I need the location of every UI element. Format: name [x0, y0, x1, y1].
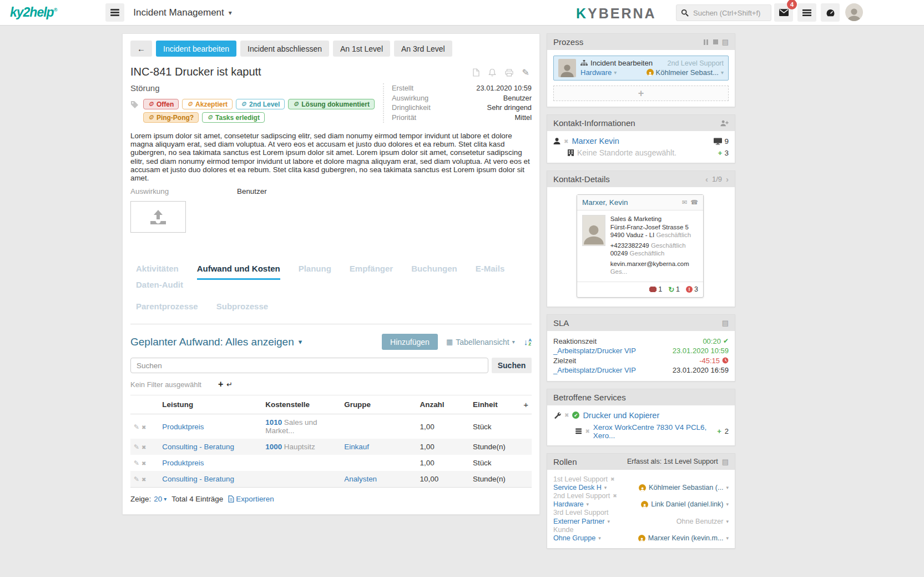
role-user-dropdown[interactable]: Link Daniel (daniel.link)▾: [641, 500, 729, 509]
export-link[interactable]: Exportieren: [228, 495, 274, 503]
hinzufuegen-button[interactable]: Hinzufügen: [382, 334, 438, 350]
stop-icon[interactable]: [713, 39, 718, 44]
incident-abschliessen-button[interactable]: Incident abschliessen: [240, 41, 329, 57]
leistung-link[interactable]: Consulting - Beratung: [162, 443, 234, 451]
table-row[interactable]: ✎✖ Produktpreis 1010 Sales und Market...…: [130, 414, 532, 439]
edit-icon[interactable]: ✎: [134, 443, 139, 451]
alerts-count[interactable]: ! 3: [686, 285, 698, 293]
tab-daten-audit[interactable]: Daten-Audit: [136, 280, 183, 294]
card-view-icon[interactable]: ▤: [722, 458, 729, 466]
service-link[interactable]: Drucker und Kopierer: [583, 411, 659, 420]
module-selector[interactable]: Incident Management ▾: [133, 7, 232, 18]
plus-icon[interactable]: +: [717, 427, 721, 435]
column-gruppe[interactable]: Gruppe: [341, 395, 416, 414]
tab-planung[interactable]: Planung: [299, 264, 331, 278]
column-kostenstelle[interactable]: Kostenstelle: [262, 395, 341, 414]
sort-button[interactable]: ↓AZ: [524, 337, 532, 347]
role-team-dropdown[interactable]: Ohne Gruppe▾: [553, 534, 601, 543]
prozess-group-link[interactable]: Hardware: [580, 68, 612, 77]
contact-link[interactable]: Marxer Kevin: [572, 137, 619, 145]
tickets-count[interactable]: 1: [649, 285, 662, 293]
collapse-icon[interactable]: [704, 37, 709, 47]
remove-contact-icon[interactable]: ✖: [564, 138, 568, 144]
gruppe-link[interactable]: Analysten: [344, 475, 377, 483]
leistung-link[interactable]: Produktpreis: [162, 459, 204, 467]
messages-button[interactable]: 4: [774, 3, 793, 22]
tab-subprozesse[interactable]: Subprozesse: [216, 302, 268, 316]
contact-devices[interactable]: 9: [714, 137, 729, 145]
an-1st-level-button[interactable]: An 1st Level: [333, 41, 390, 57]
global-search[interactable]: [676, 4, 771, 21]
edit-icon[interactable]: ✎: [134, 423, 139, 431]
person-add-icon[interactable]: [720, 120, 729, 127]
leistung-link[interactable]: Consulting - Beratung: [162, 475, 234, 483]
status-tag-akzeptiert[interactable]: ⚙Akzeptiert: [182, 99, 233, 109]
kostenstelle-link[interactable]: 1000: [265, 443, 282, 451]
aufwand-filter-dropdown[interactable]: Geplanter Aufwand: Alles anzeigen ▾: [130, 336, 302, 348]
card-view-icon[interactable]: ▤: [722, 319, 729, 327]
column-einheit[interactable]: Einheit: [469, 395, 520, 414]
asset-link[interactable]: Xerox WorkCentre 7830 V4 PCL6, Xero...: [593, 423, 714, 440]
table-row[interactable]: ✎✖ Produktpreis 1,00 Stück: [130, 455, 532, 471]
tab-buchungen[interactable]: Buchungen: [411, 264, 457, 278]
remove-role-icon[interactable]: ✖: [610, 475, 615, 484]
role-team-dropdown[interactable]: Externer Partner▾: [553, 518, 610, 526]
printer-icon[interactable]: [505, 69, 513, 77]
role-user-dropdown[interactable]: Ohne Benutzer▾: [676, 518, 729, 526]
status-tag-offen[interactable]: ⚙Offen: [143, 99, 179, 109]
status-tag-ping-pong[interactable]: ⚙Ping-Pong?: [143, 112, 199, 123]
remove-asset-icon[interactable]: ✖: [585, 428, 589, 434]
sync-count[interactable]: ↻ 1: [668, 285, 680, 294]
status-tag-2nd-level[interactable]: ⚙2nd Level: [236, 99, 285, 109]
page-size-dropdown[interactable]: 20▾: [154, 495, 166, 503]
task-list-button[interactable]: [797, 3, 816, 22]
menu-toggle-button[interactable]: [105, 3, 124, 22]
remove-service-icon[interactable]: ✖: [564, 412, 569, 418]
table-row[interactable]: ✎✖ Consulting - Beratung Analysten 10,00…: [130, 471, 532, 488]
prozess-step-card[interactable]: Incident bearbeiten 2nd Level Support Ha…: [553, 56, 729, 81]
sla-link[interactable]: _Arbeitsplatz/Drucker VIP: [553, 346, 673, 356]
user-avatar[interactable]: [845, 3, 863, 21]
sla-link[interactable]: _Arbeitsplatz/Drucker VIP: [553, 365, 673, 375]
attachment-dropzone[interactable]: [130, 201, 186, 233]
column-anzahl[interactable]: Anzahl: [417, 395, 469, 414]
tab-empfaenger[interactable]: Empfänger: [350, 264, 393, 278]
status-tag-tasks-erledigt[interactable]: ⚙Tasks erledigt: [202, 112, 265, 123]
edit-icon[interactable]: ✎: [134, 475, 139, 483]
table-row[interactable]: ✎✖ Consulting - Beratung 1000 Hauptsitz …: [130, 439, 532, 455]
prozess-assignee[interactable]: Köhlmeier Sebast... ▾: [647, 68, 724, 77]
edit-icon[interactable]: ✎: [134, 459, 139, 467]
document-icon[interactable]: [473, 68, 479, 77]
incident-bearbeiten-button[interactable]: Incident bearbeiten: [156, 41, 236, 57]
kostenstelle-link[interactable]: 1010: [265, 418, 282, 427]
mail-icon[interactable]: ✉: [682, 199, 687, 206]
leistung-link[interactable]: Produktpreis: [162, 423, 204, 431]
status-tag-loesung-dokumentiert[interactable]: ⚙Lösung dokumentiert: [288, 99, 375, 109]
add-location[interactable]: + 3: [718, 149, 729, 157]
edit-pencil-icon[interactable]: ✎: [522, 67, 529, 78]
tab-e-mails[interactable]: E-Mails: [476, 264, 505, 278]
add-column-icon[interactable]: +: [520, 395, 532, 414]
phone-icon[interactable]: ☎: [690, 199, 698, 206]
card-view-icon[interactable]: ▤: [722, 38, 729, 46]
delete-icon[interactable]: ✖: [142, 424, 146, 430]
tab-aufwand-und-kosten[interactable]: Aufwand und Kosten: [197, 264, 280, 280]
aufwand-search-input[interactable]: [130, 358, 488, 373]
gruppe-link[interactable]: Einkauf: [344, 443, 369, 451]
role-user-dropdown[interactable]: Marxer Kevin (kevin.m...▾: [638, 534, 729, 543]
bell-icon[interactable]: [488, 68, 496, 77]
add-filter-icon[interactable]: +: [218, 379, 223, 389]
dashboard-button[interactable]: [821, 3, 840, 22]
pager-next-icon[interactable]: ›: [726, 174, 729, 184]
role-user-dropdown[interactable]: Köhlmeier Sebastian (...▾: [639, 484, 729, 492]
tab-parentprozesse[interactable]: Parentprozesse: [136, 302, 198, 316]
delete-icon[interactable]: ✖: [142, 444, 146, 450]
add-prozess-step-button[interactable]: +: [553, 86, 729, 101]
ky2help-logo[interactable]: ky2help®: [10, 5, 57, 20]
an-3rd-level-button[interactable]: An 3rd Level: [394, 41, 452, 57]
pager-prev-icon[interactable]: ‹: [705, 174, 708, 184]
role-team-dropdown[interactable]: Hardware▾: [553, 500, 589, 509]
suchen-button[interactable]: Suchen: [492, 358, 532, 373]
tabellenansicht-dropdown[interactable]: ▦ Tabellenansicht ▾: [446, 338, 515, 347]
global-search-input[interactable]: [692, 8, 764, 18]
